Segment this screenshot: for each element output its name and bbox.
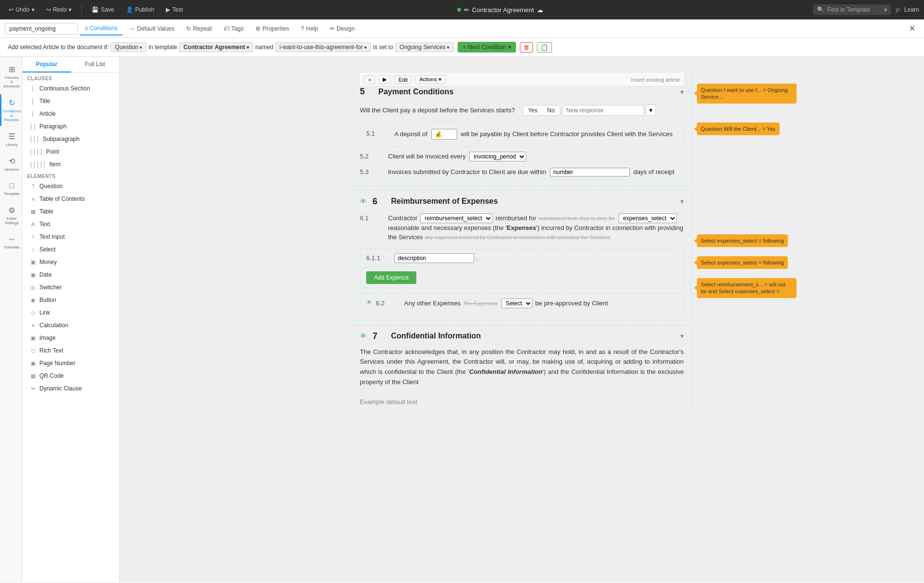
sidebar-tab-full-list[interactable]: Full List [71,57,120,72]
sidebar-item-continuous-section[interactable]: │ Continuous Section [22,82,119,95]
sidebar-item-dynamic-clause[interactable]: ✏ Dynamic Clause [22,382,119,395]
sidebar-item-paragraph[interactable]: ││ Paragraph [22,120,119,133]
response-dropdown-button[interactable]: ▾ [646,105,656,116]
nav-editor-settings[interactable]: ⚙ EditorSettings [0,202,22,229]
condition-template-pill[interactable]: Contractor Agreement ▾ [179,42,253,52]
copy-condition-button[interactable]: 📋 [537,42,552,53]
sidebar-item-select[interactable]: ○ Select [22,243,119,256]
row51-content: A deposit of 💰 will be payable by Client… [394,129,677,140]
search-placeholder: Find in Template [827,6,870,13]
redo-chevron: ▾ [69,6,71,13]
insert-existing-article-link[interactable]: Insert existing article [631,77,680,83]
subsection-51: 5.1 A deposit of 💰 will be payable by Cl… [360,122,684,147]
sidebar-item-text[interactable]: A Text [22,218,119,230]
section7-collapse-button[interactable]: ▾ [680,332,684,340]
condition-named-pill[interactable]: i-want-to-use-this-agreement-for ▾ [275,42,371,52]
save-button[interactable]: 💾 Save [88,4,118,15]
tab-conditions[interactable]: ≡ Conditions [80,22,123,35]
nav-versions[interactable]: ⟲ Versions [0,153,22,176]
sidebar-item-subparagraph[interactable]: │││ Subparagraph [22,133,119,145]
tab-design[interactable]: ✏ Design [325,22,359,35]
item-icon: │││││ [30,161,46,167]
redo-button[interactable]: ↪ Redo ▾ [42,4,76,15]
test-button[interactable]: ▶ Test [162,4,187,15]
sidebar-item-qr-code[interactable]: ▦ QR Code [22,370,119,382]
repeat-icon: ↻ [186,25,191,32]
no-option[interactable]: No [542,106,559,115]
sidebar-item-date[interactable]: ▣ Date [22,268,119,281]
invoicing-period-select[interactable]: invoicing_period [469,152,526,161]
sidebar-item-title[interactable]: │ Title [22,95,119,107]
sidebar-item-button[interactable]: ◉ Button [22,294,119,306]
tab-tags[interactable]: 🏷 Tags [219,22,249,35]
sidebar-item-link[interactable]: ◇ Link [22,306,119,319]
sidebar-item-image[interactable]: ▣ Image [22,332,119,344]
sidebar-item-rich-text[interactable]: ◻ Rich Text [22,344,119,357]
link-icon: ◇ [30,310,36,316]
search-icon: 🔍 [817,6,824,13]
search-chevron: ▾ [884,6,887,13]
number-days-input[interactable] [550,168,630,177]
money-icon-small: 💰 [435,130,442,139]
undo-button[interactable]: ↩ Undo ▾ [5,4,38,15]
tooltip-3: Select expenses_select = following [697,234,788,247]
sidebar-item-table[interactable]: ▦ Table [22,205,119,218]
sidebar-item-table-of-contents[interactable]: ≡ Table of Contents [22,193,119,205]
row-52: 5.2 Client will be invoiced every invoic… [360,149,684,164]
tab-properties[interactable]: ⚙ Properties [250,22,294,35]
condition-question-pill[interactable]: Question ▾ [110,42,146,52]
tags-icon: 🏷 [224,25,230,32]
close-button[interactable]: ✕ [905,22,919,35]
sidebar-item-page-number[interactable]: ▣ Page Number [22,357,119,370]
section5-title: Payment Conditions [378,88,454,96]
sidebar-item-calculation[interactable]: ≡ Calculation [22,319,119,332]
section5-collapse-button[interactable]: ▾ [680,88,684,96]
expenses-select[interactable]: expenses_select [619,213,677,223]
redo-icon: ↪ [46,6,51,13]
undo-icon: ↩ [9,6,14,13]
sidebar-item-point[interactable]: ││││ Point [22,145,119,158]
row62-select[interactable]: Select [501,299,533,308]
new-response-input[interactable] [562,105,644,116]
section6-collapse-button[interactable]: ▾ [680,197,684,205]
tab-repeat[interactable]: ↻ Repeat [181,22,217,35]
rule-in-template: in template [148,44,177,51]
nav-template[interactable]: □ Template [0,177,22,200]
actions-button[interactable]: Actions ▾ [415,75,445,84]
yes-no-toggle[interactable]: Yes No [523,105,560,116]
translate-icon: ↔ [8,235,16,244]
sidebar-item-question[interactable]: ? Question [22,180,119,193]
reimbursement-select[interactable]: reimbursement_select [420,213,493,223]
row61-content: Contractor reimbursement_select reimburs… [388,213,684,242]
publish-button[interactable]: 👤 Publish [122,4,158,15]
sidebar-tab-popular[interactable]: Popular [22,57,71,72]
edit-button[interactable]: Edit [394,75,412,84]
section5-toolbar: + ▶ Edit Actions ▾ Insert existing artic… [360,73,684,87]
nav-clauses-elements[interactable]: ⊞ Clauses &Elements [0,61,22,92]
expand-button[interactable]: ▶ [378,75,391,84]
learn-link[interactable]: 🎓 Learn [895,6,919,13]
add-expense-button[interactable]: Add Expence [366,271,416,284]
sidebar-item-item[interactable]: │││││ Item [22,158,119,171]
nav-translate[interactable]: ↔ Translate [0,231,22,253]
condition-name-input[interactable] [5,23,78,35]
next-condition-button[interactable]: + Next Condition ▾ [458,42,516,53]
sidebar-item-text-input[interactable]: I Text Input [22,230,119,243]
add-button[interactable]: + [364,75,375,84]
delete-condition-button[interactable]: 🗑 [520,42,533,53]
table-icon: ▦ [30,209,36,215]
yes-option[interactable]: Yes [523,106,543,115]
row-62: 👁 6.2 Any other Expenses The Expenses Se… [366,296,677,311]
sidebar-item-money[interactable]: ▣ Money [22,256,119,268]
nav-library[interactable]: ☰ Library [0,128,22,151]
sidebar-item-article[interactable]: │ Article [22,107,119,120]
tab-default-values[interactable]: → Default Values [124,22,179,35]
condition-value-pill[interactable]: Ongoing Services ▾ [395,42,454,52]
deposit-amount-input[interactable]: 💰 [431,129,457,140]
sidebar-item-switcher[interactable]: ◎ Switcher [22,281,119,294]
status-dot [457,8,461,12]
tab-help[interactable]: ? Help [296,22,323,35]
search-area[interactable]: 🔍 Find in Template ▾ [813,4,891,15]
nav-conditions-repeats[interactable]: ↻ Conditions &Repeats [0,94,22,126]
description-input[interactable] [394,253,474,263]
